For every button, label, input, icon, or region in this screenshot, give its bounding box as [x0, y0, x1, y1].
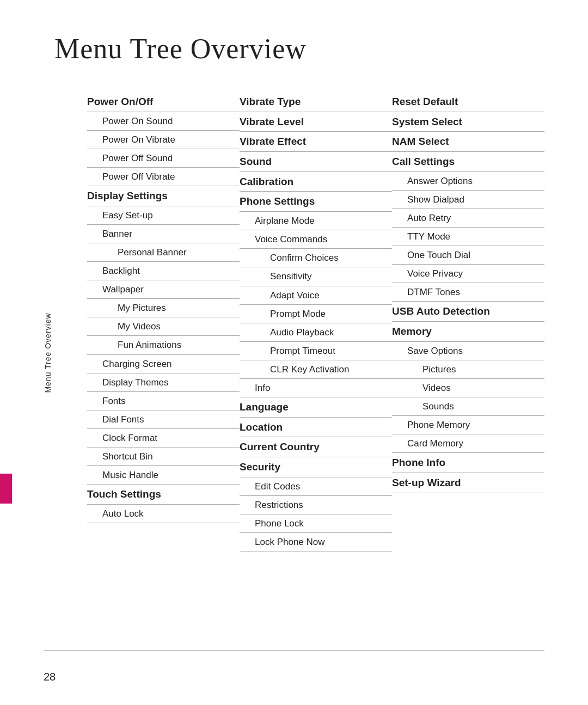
menu-item: Info: [240, 379, 392, 397]
menu-item: Power On/Off: [87, 92, 240, 112]
menu-item: Auto Lock: [87, 505, 240, 523]
menu-item: Save Options: [392, 342, 544, 360]
menu-item: Shortcut Bin: [87, 447, 240, 466]
menu-item: TTY Mode: [392, 228, 544, 246]
menu-item: Audio Playback: [240, 323, 392, 342]
menu-item: Edit Codes: [240, 477, 392, 496]
menu-item: Easy Set-up: [87, 206, 240, 225]
menu-item: Voice Privacy: [392, 265, 544, 283]
menu-item: Sound: [240, 152, 392, 172]
menu-item: My Videos: [87, 317, 240, 336]
column-1: Power On/OffPower On SoundPower On Vibra…: [87, 92, 240, 551]
menu-item: One Touch Dial: [392, 246, 544, 265]
menu-item: Backlight: [87, 262, 240, 280]
menu-item: Phone Settings: [240, 192, 392, 212]
menu-item: Phone Memory: [392, 416, 544, 434]
menu-item: Sounds: [392, 397, 544, 416]
column-3: Reset DefaultSystem SelectNAM SelectCall…: [392, 92, 544, 551]
menu-item: Wallpaper: [87, 280, 240, 299]
columns-wrapper: Power On/OffPower On SoundPower On Vibra…: [87, 92, 544, 551]
page-container: Menu Tree Overview Menu Tree Overview Po…: [0, 0, 588, 705]
menu-item: Set-up Wizard: [392, 473, 544, 493]
menu-item: Display Settings: [87, 186, 240, 206]
menu-item: Answer Options: [392, 172, 544, 191]
menu-item: Voice Commands: [240, 230, 392, 249]
menu-item: Auto Retry: [392, 209, 544, 228]
menu-item: Security: [240, 457, 392, 477]
menu-item: Power On Sound: [87, 112, 240, 131]
pink-accent-bar: [0, 474, 12, 504]
menu-item: System Select: [392, 112, 544, 132]
menu-item: Reset Default: [392, 92, 544, 112]
menu-item: Power Off Sound: [87, 149, 240, 168]
menu-item: Videos: [392, 379, 544, 397]
menu-item: Touch Settings: [87, 485, 240, 505]
menu-item: My Pictures: [87, 299, 240, 317]
menu-item: NAM Select: [392, 132, 544, 152]
menu-item: Dial Fonts: [87, 410, 240, 429]
menu-item: Language: [240, 397, 392, 418]
side-label: Menu Tree Overview: [44, 312, 52, 393]
bottom-divider: [44, 650, 544, 651]
menu-item: Call Settings: [392, 152, 544, 172]
menu-item: Vibrate Type: [240, 92, 392, 112]
menu-item: Fonts: [87, 392, 240, 410]
menu-item: Card Memory: [392, 434, 544, 453]
menu-item: Music Handle: [87, 466, 240, 485]
menu-item: Pictures: [392, 360, 544, 379]
menu-item: Location: [240, 418, 392, 438]
menu-item: Vibrate Level: [240, 112, 392, 132]
menu-item: Banner: [87, 225, 240, 243]
page-number: 28: [44, 671, 56, 683]
menu-item: Display Themes: [87, 373, 240, 392]
menu-item: Show Dialpad: [392, 191, 544, 209]
menu-item: Calibration: [240, 172, 392, 192]
menu-item: Clock Format: [87, 429, 240, 447]
menu-item: Lock Phone Now: [240, 533, 392, 551]
menu-item: Current Country: [240, 437, 392, 457]
menu-item: Sensitivity: [240, 267, 392, 286]
menu-item: Power Off Vibrate: [87, 168, 240, 186]
menu-item: CLR Key Activation: [240, 360, 392, 379]
menu-item: Personal Banner: [87, 243, 240, 262]
menu-item: Restrictions: [240, 496, 392, 514]
menu-item: Power On Vibrate: [87, 131, 240, 149]
menu-item: Phone Info: [392, 453, 544, 473]
menu-item: Phone Lock: [240, 514, 392, 533]
page-title: Menu Tree Overview: [54, 33, 544, 65]
menu-item: Airplane Mode: [240, 212, 392, 230]
column-2: Vibrate TypeVibrate LevelVibrate EffectS…: [240, 92, 392, 551]
menu-item: Vibrate Effect: [240, 132, 392, 152]
menu-item: DTMF Tones: [392, 283, 544, 302]
menu-item: Prompt Timeout: [240, 342, 392, 360]
menu-item: USB Auto Detection: [392, 302, 544, 322]
menu-item: Confirm Choices: [240, 249, 392, 267]
menu-item: Adapt Voice: [240, 286, 392, 305]
menu-item: Fun Animations: [87, 336, 240, 354]
menu-item: Prompt Mode: [240, 305, 392, 323]
menu-item: Charging Screen: [87, 355, 240, 373]
menu-item: Memory: [392, 322, 544, 342]
